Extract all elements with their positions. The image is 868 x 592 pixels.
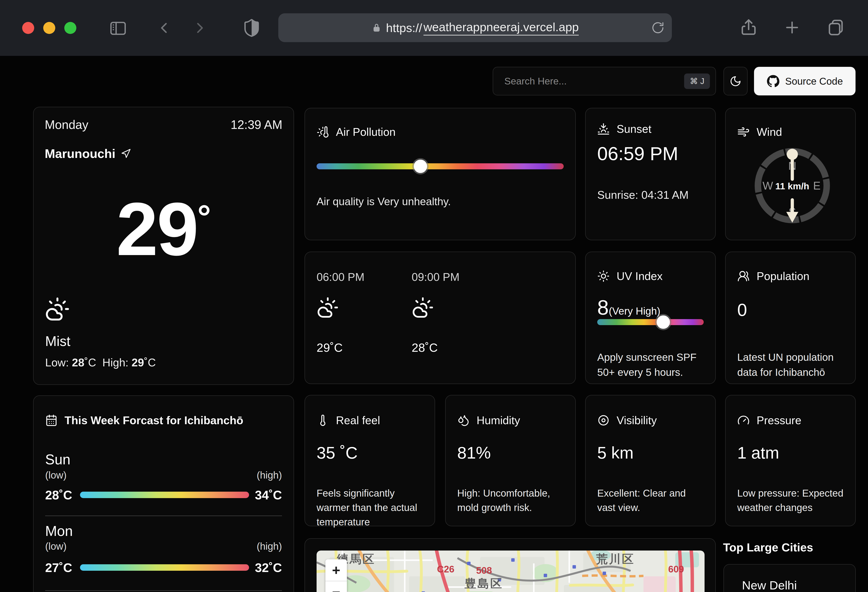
uv-value: 8 [597,296,609,319]
wind-compass: N W E S 11 km/h [751,145,833,227]
humidity-title: Humidity [477,414,520,427]
top-cities-heading: Top Large Cities [723,540,813,554]
divider [45,515,282,516]
pressure-card: Pressure 1 atm Low pressure: Expected we… [725,395,856,526]
day-temp-row: 28˚C 34˚C [45,488,282,502]
weekly-forecast-card: This Week Forcast for Ichibanchō Sun (lo… [33,395,294,592]
humidity-value: 81% [457,443,491,462]
uv-advice: Apply sunscreen SPF 50+ every 5 hours. [597,350,704,380]
privacy-shield-icon[interactable] [242,18,261,38]
new-tab-icon[interactable] [783,19,801,37]
url-scheme: https:// [386,21,422,35]
uv-value-row: 8(Very High) [597,297,660,318]
share-icon[interactable] [739,18,758,37]
real-feel-value: 35 ˚C [317,443,358,462]
window-close-button[interactable] [22,22,34,34]
moon-icon [729,75,741,87]
users-icon [737,270,750,282]
window-minimize-button[interactable] [43,22,55,34]
map-card: 練馬区 荒川区 豊島区 C26 508 609 607 C25 + − [304,538,716,592]
low-label: (low) [45,540,67,552]
high-label: (high) [257,540,282,552]
search-box[interactable]: ⌘ J [493,67,716,96]
real-feel-note: Feels significantly warmer than the actu… [317,486,423,529]
cloud-sun-icon [412,296,434,319]
hourly-temp: 28˚C [412,340,438,355]
current-condition: Mist [45,333,70,349]
source-code-button[interactable]: Source Code [754,67,856,96]
divider [45,590,282,591]
map-route-label: C26 [437,564,455,574]
air-quality-slider[interactable] [317,163,564,169]
url-domain: weatherappneeraj.vercel.app [424,20,579,35]
uv-title: UV Index [617,269,663,283]
air-quality-status: Air quality is Very unhealthy. [317,194,564,209]
day-high-temp: 32˚C [255,560,282,575]
day-low-temp: 28˚C [45,488,79,502]
weather-map[interactable]: 練馬区 荒川区 豊島区 C26 508 609 607 C25 [317,551,704,592]
temp-range-bar [80,492,249,498]
hourly-time: 06:00 PM [317,271,365,283]
sun-icon [597,270,610,282]
day-name: Sun [45,451,70,468]
low-label: (low) [45,469,67,481]
thermometer-icon [317,414,329,427]
browser-chrome: https://weatherappneeraj.vercel.app [0,0,868,56]
source-code-label: Source Code [785,75,843,87]
sidebar-toggle-icon[interactable] [109,19,127,37]
current-temperature: 29° [34,191,294,267]
pressure-title: Pressure [757,414,801,427]
visibility-title: Visibility [617,414,657,427]
day-low-temp: 27˚C [45,560,79,575]
current-time: 12:39 AM [230,118,282,132]
window-zoom-button[interactable] [64,22,76,34]
sunset-card: Sunset 06:59 PM Sunrise: 04:31 AM [585,108,716,240]
map-area-label: 豊島区 [465,577,503,590]
cloud-sun-icon [317,296,339,319]
droplets-icon [457,414,470,427]
pressure-value: 1 atm [737,443,779,462]
tab-overview-icon[interactable] [826,18,845,37]
wind-icon [737,126,750,138]
map-zoom-in-button[interactable]: + [325,559,347,581]
uv-index-card: UV Index 8(Very High) Apply sunscreen SP… [585,252,716,384]
gauge-icon [737,414,750,427]
city-name: New Delhi [742,578,797,592]
address-bar[interactable]: https://weatherappneeraj.vercel.app [278,13,672,42]
sunrise-time: Sunrise: 04:31 AM [597,187,704,203]
day-name: Mon [45,523,73,539]
forward-icon[interactable] [191,19,209,37]
air-pollution-title: Air Pollution [336,125,396,138]
uv-slider[interactable] [597,319,704,325]
visibility-note: Excellent: Clear and vast view. [597,486,704,515]
visibility-icon [597,414,610,427]
humidity-note: High: Uncomfortable, mold growth risk. [457,486,564,515]
current-day: Monday [45,118,89,132]
map-zoom-out-button[interactable]: − [325,581,347,592]
hourly-forecast-card: 06:00 PM 29˚C 09:00 PM 28˚C [304,252,576,384]
city-list-item[interactable]: New Delhi [723,564,856,592]
real-feel-card: Real feel 35 ˚C Feels significantly warm… [304,395,435,526]
real-feel-title: Real feel [336,414,380,427]
current-weather-card: Monday 12:39 AM Marunouchi 29° Mist Low:… [33,107,294,385]
visibility-card: Visibility 5 km Excellent: Clear and vas… [585,395,716,526]
location-arrow-icon[interactable] [121,149,131,159]
reload-icon[interactable] [651,21,664,34]
population-value: 0 [737,300,747,320]
wind-title: Wind [757,125,782,138]
theme-toggle-button[interactable] [723,67,748,96]
map-area-label: 荒川区 [596,552,635,565]
wind-card: Wind N W E S 11 km/h [725,108,856,240]
back-icon[interactable] [155,19,173,37]
population-title: Population [757,269,809,283]
sunset-time: 06:59 PM [597,143,678,165]
air-quality-knob[interactable] [414,160,427,173]
visibility-value: 5 km [597,443,633,462]
sunset-title: Sunset [617,122,651,135]
map-route-label: 508 [476,565,492,576]
wind-speed: 11 km/h [775,181,809,191]
day-temp-row: 27˚C 32˚C [45,561,282,574]
search-input[interactable] [504,75,684,87]
humidity-card: Humidity 81% High: Uncomfortable, mold g… [445,395,576,526]
uv-knob[interactable] [657,315,670,329]
